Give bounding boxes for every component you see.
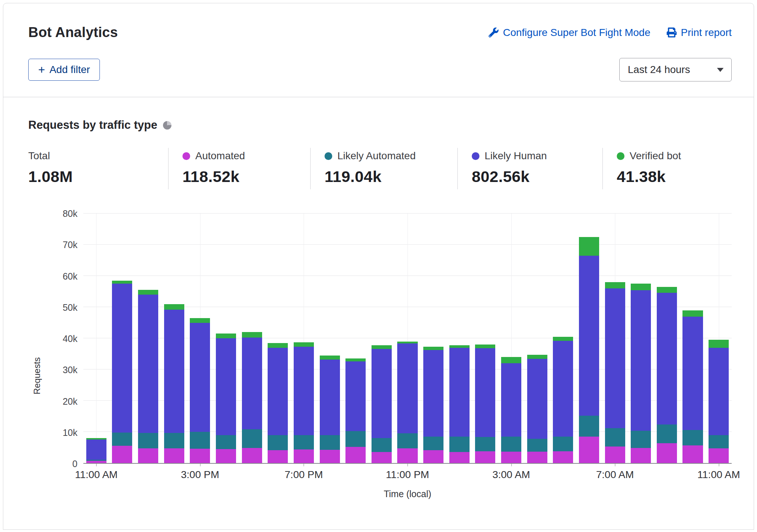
stacked-bar-6-00-pm[interactable] bbox=[265, 214, 291, 463]
y-tick-label: 40k bbox=[63, 333, 77, 344]
bar-segment-automated bbox=[345, 447, 366, 463]
stacked-bar-10-00-am[interactable] bbox=[680, 214, 706, 463]
bar-segment-likely-human bbox=[449, 348, 470, 437]
bar-segment-automated bbox=[631, 448, 651, 463]
stat-likely-automated[interactable]: Likely Automated 119.04k bbox=[310, 148, 457, 189]
bar-segment-likely-human bbox=[605, 288, 625, 428]
stat-verified-bot[interactable]: Verified bot 41.38k bbox=[602, 148, 732, 189]
stacked-bar-10-00-pm[interactable] bbox=[369, 214, 395, 463]
bar-segment-likely-human bbox=[631, 290, 651, 431]
stat-likely-automated-label: Likely Automated bbox=[337, 150, 416, 162]
stacked-bar-3-00-am[interactable] bbox=[498, 214, 524, 463]
stat-total-value: 1.08M bbox=[28, 168, 168, 186]
bar-segment-verified-bot bbox=[164, 304, 184, 310]
bar-segment-likely-human bbox=[216, 338, 236, 435]
bar-segment-likely-automated bbox=[268, 435, 288, 451]
bar-segment-likely-human bbox=[372, 349, 392, 438]
y-tick-label: 30k bbox=[63, 364, 77, 375]
stat-likely-human[interactable]: Likely Human 802.56k bbox=[457, 148, 602, 189]
bar-segment-likely-automated bbox=[397, 433, 417, 448]
stacked-bar-12-00-pm[interactable] bbox=[109, 214, 135, 463]
bar-segment-likely-human bbox=[164, 310, 184, 433]
stat-total[interactable]: Total 1.08M bbox=[28, 148, 168, 189]
y-tick-label: 60k bbox=[63, 271, 77, 282]
stacked-bar-7-00-pm[interactable] bbox=[291, 214, 317, 463]
bar-segment-likely-human bbox=[320, 360, 340, 435]
requests-chart: Requests 010k20k30k40k50k60k70k80k 11:00… bbox=[28, 214, 732, 499]
stacked-bar-5-00-pm[interactable] bbox=[239, 214, 265, 463]
stacked-bar-2-00-am[interactable] bbox=[472, 214, 499, 463]
stacked-bar-3-00-pm[interactable] bbox=[187, 214, 213, 463]
stacked-bar-4-00-pm[interactable] bbox=[213, 214, 239, 463]
stacked-bar-2-00-pm[interactable] bbox=[161, 214, 187, 463]
time-range-select[interactable]: Last 24 hours bbox=[619, 58, 732, 81]
x-tick-label: 11:00 AM bbox=[75, 469, 117, 481]
plot-area bbox=[83, 214, 732, 464]
x-tick-mark bbox=[615, 464, 615, 466]
bar-segment-verified-bot bbox=[579, 237, 599, 256]
filter-row: + Add filter Last 24 hours bbox=[28, 58, 732, 81]
bar-segment-likely-human bbox=[657, 293, 677, 425]
stacked-bar-8-00-am[interactable] bbox=[628, 214, 654, 463]
configure-super-bot-fight-mode-link[interactable]: Configure Super Bot Fight Mode bbox=[489, 27, 651, 39]
bar-segment-likely-automated bbox=[138, 433, 158, 449]
bar-segment-likely-human bbox=[138, 295, 158, 433]
stat-automated-value: 118.52k bbox=[182, 168, 310, 186]
stacked-bar-12-00-am[interactable] bbox=[420, 214, 446, 463]
bot-analytics-card: Bot Analytics Configure Super Bot Fight … bbox=[3, 3, 754, 530]
header-links: Configure Super Bot Fight Mode Print rep… bbox=[489, 27, 732, 39]
x-tick-mark bbox=[304, 464, 304, 466]
stat-automated[interactable]: Automated 118.52k bbox=[168, 148, 310, 189]
page-title: Bot Analytics bbox=[28, 25, 118, 40]
stat-likely-human-label-row: Likely Human bbox=[472, 150, 602, 162]
x-tick-label: 11:00 AM bbox=[698, 469, 740, 481]
bar-segment-automated bbox=[86, 461, 106, 463]
bar-segment-likely-automated bbox=[579, 416, 599, 437]
x-tick-mark bbox=[719, 464, 719, 466]
bar-segment-verified-bot bbox=[242, 332, 262, 338]
stacked-bar-9-00-pm[interactable] bbox=[343, 214, 369, 463]
stacked-bar-11-00-am[interactable] bbox=[83, 214, 109, 463]
add-filter-button[interactable]: + Add filter bbox=[28, 59, 100, 81]
bar-segment-automated bbox=[294, 449, 314, 463]
bar-segment-likely-automated bbox=[372, 438, 392, 452]
stat-total-label-row: Total bbox=[28, 150, 168, 162]
stacked-bar-9-00-am[interactable] bbox=[654, 214, 680, 463]
y-axis: Requests 010k20k30k40k50k60k70k80k bbox=[28, 214, 83, 464]
y-axis-label: Requests bbox=[32, 357, 42, 394]
bar-segment-likely-automated bbox=[320, 435, 340, 450]
stacked-bar-1-00-pm[interactable] bbox=[135, 214, 161, 463]
stacked-bar-11-00-am[interactable] bbox=[706, 214, 732, 463]
stacked-bar-8-00-pm[interactable] bbox=[317, 214, 343, 463]
bar-segment-automated bbox=[320, 450, 340, 463]
bar-segment-likely-automated bbox=[682, 430, 703, 446]
x-axis-ticks: 11:00 AM3:00 PM7:00 PM11:00 PM3:00 AM7:0… bbox=[83, 469, 732, 487]
stacked-bar-7-00-am[interactable] bbox=[602, 214, 628, 463]
stacked-bar-1-00-am[interactable] bbox=[446, 214, 472, 463]
x-tick-mark bbox=[96, 464, 97, 466]
bar-segment-verified-bot bbox=[216, 334, 236, 338]
bar-segment-likely-automated bbox=[294, 435, 314, 450]
stacked-bar-5-00-am[interactable] bbox=[550, 214, 576, 463]
x-tick-label: 11:00 PM bbox=[386, 469, 429, 481]
section-header: Requests by traffic type bbox=[28, 97, 732, 132]
bar-segment-likely-automated bbox=[709, 435, 729, 449]
print-report-link[interactable]: Print report bbox=[667, 27, 732, 39]
x-tick-mark bbox=[200, 464, 200, 466]
bar-segment-verified-bot bbox=[268, 343, 288, 348]
stacked-bar-11-00-pm[interactable] bbox=[395, 214, 421, 463]
printer-icon bbox=[667, 28, 677, 37]
configure-link-label: Configure Super Bot Fight Mode bbox=[503, 27, 651, 39]
bar-segment-automated bbox=[138, 448, 158, 463]
bar-segment-likely-human bbox=[709, 348, 729, 435]
bar-segment-likely-human bbox=[527, 359, 547, 439]
bar-segment-automated bbox=[579, 437, 599, 463]
stacked-bar-6-00-am[interactable] bbox=[576, 214, 602, 463]
stat-automated-label: Automated bbox=[195, 150, 245, 162]
bar-segment-verified-bot bbox=[423, 347, 443, 350]
bar-segment-verified-bot bbox=[190, 318, 210, 323]
stacked-bar-4-00-am[interactable] bbox=[524, 214, 550, 463]
bar-segment-likely-human bbox=[86, 440, 106, 459]
legend-dot-likely-human bbox=[472, 152, 479, 160]
bar-segment-likely-human bbox=[501, 363, 521, 437]
